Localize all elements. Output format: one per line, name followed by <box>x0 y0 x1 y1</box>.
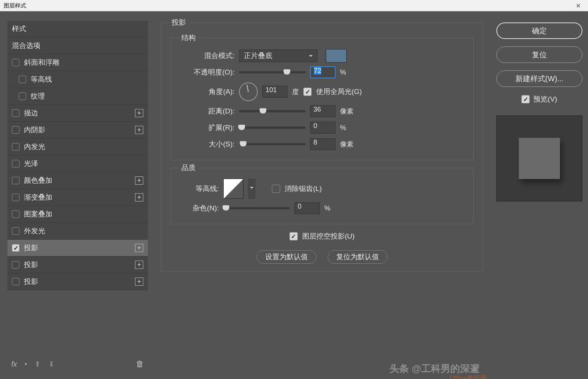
sidebar-item-pattern-overlay[interactable]: 图案叠加 <box>7 206 148 223</box>
add-icon[interactable]: + <box>135 261 143 269</box>
settings-panel: 投影 结构 混合模式: 正片叠底 不透明度(O): <box>153 11 491 379</box>
fx-menu-button[interactable]: fx <box>11 360 17 369</box>
add-icon[interactable]: + <box>135 193 143 201</box>
blend-mode-label: 混合模式: <box>178 51 235 61</box>
global-light-checkbox[interactable] <box>303 88 312 96</box>
arrow-down-icon[interactable]: ⬇ <box>48 360 55 369</box>
checkbox-icon[interactable] <box>19 76 26 83</box>
sidebar-item-drop-shadow-3[interactable]: 投影 + <box>7 273 148 290</box>
watermark-text: 头条 @工科男的深邃 <box>389 362 480 375</box>
noise-input[interactable]: 0 <box>294 202 320 214</box>
spread-input[interactable]: 0 <box>310 122 336 134</box>
contour-picker[interactable] <box>223 179 244 199</box>
add-icon[interactable]: + <box>135 109 143 117</box>
sidebar-item-contour[interactable]: 等高线 <box>7 71 148 88</box>
add-icon[interactable]: + <box>135 126 143 134</box>
checkbox-icon[interactable] <box>12 244 19 252</box>
sidebar-item-color-overlay[interactable]: 颜色叠加 + <box>7 172 148 189</box>
angle-dial[interactable] <box>239 82 258 101</box>
distance-label: 距离(D): <box>178 106 235 116</box>
knockout-label: 图层挖空投影(U) <box>302 231 355 241</box>
checkbox-icon[interactable] <box>12 177 19 184</box>
checkbox-icon[interactable] <box>12 261 19 269</box>
new-style-button[interactable]: 新建样式(W)... <box>496 70 582 87</box>
preview-box <box>496 115 582 201</box>
checkbox-icon[interactable] <box>12 278 19 285</box>
checkbox-icon[interactable] <box>12 227 19 235</box>
opacity-label: 不透明度(O): <box>178 67 235 77</box>
noise-label: 杂色(N): <box>178 203 219 213</box>
sidebar-item-gradient-overlay[interactable]: 渐变叠加 + <box>7 189 148 206</box>
watermark-text-2: Office教程网 <box>449 374 487 379</box>
size-slider[interactable] <box>239 143 306 145</box>
distance-input[interactable]: 36 <box>310 105 336 117</box>
sidebar-item-bevel[interactable]: 斜面和浮雕 <box>7 54 148 71</box>
sidebar-item-satin[interactable]: 光泽 <box>7 155 148 172</box>
opacity-unit: % <box>340 69 346 76</box>
sidebar-item-drop-shadow[interactable]: 投影 + <box>7 240 148 257</box>
checkbox-icon[interactable] <box>12 194 19 201</box>
preview-label: 预览(V) <box>533 94 557 104</box>
styles-sidebar: 样式 混合选项 斜面和浮雕 等高线 纹理 描边 + <box>0 11 153 379</box>
sidebar-item-texture[interactable]: 纹理 <box>7 88 148 105</box>
preview-swatch <box>519 138 560 179</box>
angle-label: 角度(A): <box>178 87 235 97</box>
checkbox-icon[interactable] <box>12 160 19 167</box>
sidebar-header-styles[interactable]: 样式 <box>7 21 148 37</box>
sidebar-item-outer-glow[interactable]: 外发光 <box>7 223 148 240</box>
opacity-slider[interactable] <box>239 71 306 73</box>
contour-label: 等高线: <box>178 184 219 194</box>
opacity-input[interactable]: 72 <box>310 66 336 78</box>
checkbox-icon[interactable] <box>12 210 19 218</box>
sidebar-item-drop-shadow-2[interactable]: 投影 + <box>7 257 148 273</box>
preview-checkbox[interactable] <box>521 95 530 103</box>
contour-dropdown-icon[interactable] <box>248 179 255 199</box>
checkbox-icon[interactable] <box>12 59 19 66</box>
distance-slider[interactable] <box>239 110 306 112</box>
trash-icon[interactable]: 🗑 <box>136 359 144 369</box>
make-default-button[interactable]: 设置为默认值 <box>257 250 316 264</box>
reset-default-button[interactable]: 复位为默认值 <box>328 250 388 264</box>
sidebar-item-inner-shadow[interactable]: 内阴影 + <box>7 122 148 139</box>
arrow-up-icon[interactable]: ⬆ <box>34 360 41 369</box>
antialias-checkbox[interactable] <box>272 185 280 193</box>
quality-legend: 品质 <box>178 163 199 173</box>
spread-unit: % <box>340 124 346 132</box>
checkbox-icon[interactable] <box>12 126 19 134</box>
panel-title: 投影 <box>169 18 189 27</box>
sidebar-item-inner-glow[interactable]: 内发光 <box>7 139 148 155</box>
chevron-down-icon[interactable]: ▾ <box>25 361 27 367</box>
noise-slider[interactable] <box>223 207 290 209</box>
noise-unit: % <box>324 204 330 212</box>
size-label: 大小(S): <box>178 139 235 149</box>
antialias-label: 消除锯齿(L) <box>285 184 322 194</box>
blend-mode-dropdown[interactable]: 正片叠底 <box>239 49 318 62</box>
add-icon[interactable]: + <box>135 244 143 252</box>
window-title: 图层样式 <box>4 2 26 9</box>
angle-input[interactable]: 101 <box>262 86 288 98</box>
sidebar-header-blend[interactable]: 混合选项 <box>7 37 148 54</box>
checkbox-icon[interactable] <box>12 143 19 151</box>
add-icon[interactable]: + <box>135 176 143 185</box>
close-icon[interactable]: × <box>572 1 584 10</box>
sidebar-item-stroke[interactable]: 描边 + <box>7 105 148 122</box>
shadow-color-swatch[interactable] <box>326 49 347 63</box>
size-input[interactable]: 8 <box>310 138 336 150</box>
checkbox-icon[interactable] <box>19 93 26 100</box>
angle-unit: 度 <box>292 87 299 96</box>
global-light-label: 使用全局光(G) <box>316 87 362 97</box>
size-unit: 像素 <box>340 140 353 149</box>
titlebar: 图层样式 × <box>0 0 588 11</box>
ok-button[interactable]: 确定 <box>496 22 582 39</box>
knockout-checkbox[interactable] <box>290 232 298 240</box>
spread-slider[interactable] <box>239 127 306 129</box>
distance-unit: 像素 <box>340 107 353 116</box>
structure-legend: 结构 <box>178 33 199 43</box>
add-icon[interactable]: + <box>135 278 143 286</box>
spread-label: 扩展(R): <box>178 123 235 133</box>
checkbox-icon[interactable] <box>12 109 19 117</box>
action-panel: 确定 复位 新建样式(W)... 预览(V) <box>491 11 588 379</box>
cancel-button[interactable]: 复位 <box>496 46 582 63</box>
